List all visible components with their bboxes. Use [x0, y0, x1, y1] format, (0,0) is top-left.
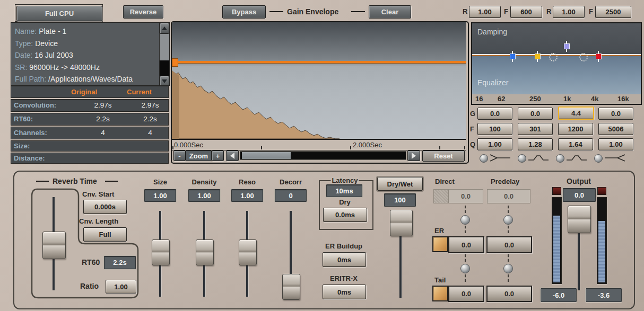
band4-type-button[interactable] [594, 154, 603, 163]
eq-band-marker[interactable] [510, 54, 516, 59]
eq-graph[interactable]: Damping Equalizer [471, 22, 642, 96]
waveform-scrollbar[interactable] [240, 151, 406, 160]
latency-display[interactable]: 10ms [326, 184, 362, 197]
f2-field[interactable]: 2500 [595, 6, 631, 18]
band2-freq[interactable]: 301 [518, 123, 553, 135]
reset-button[interactable]: Reset [422, 150, 465, 162]
eq-band-marker[interactable] [535, 54, 541, 59]
scroll-down-button[interactable] [160, 76, 169, 86]
cnv-start-button[interactable]: 0.000s [83, 200, 127, 214]
dry-wet-button[interactable]: Dry/Wet [377, 177, 423, 191]
zoom-in-button[interactable]: + [212, 150, 224, 161]
scrollbar-track[interactable] [160, 34, 169, 60]
tail-enable-checkbox[interactable] [432, 286, 448, 301]
clip-led-left[interactable] [552, 187, 561, 195]
er-predelay-field[interactable]: 0.0 [486, 236, 532, 253]
info-row: Date: 16 Jul 2003 [15, 49, 158, 61]
scrollbar-dark-region[interactable] [160, 60, 169, 76]
band3-q[interactable]: 1.64 [558, 138, 593, 150]
connector [465, 254, 466, 262]
band2-q[interactable]: 1.28 [518, 138, 553, 150]
full-cpu-button[interactable]: Full CPU [16, 6, 102, 21]
density-slider-handle[interactable] [196, 239, 214, 265]
reso-display[interactable]: 1.00 [231, 189, 263, 202]
scroll-left-button[interactable] [226, 150, 239, 161]
dry-wet-display[interactable]: 100 [384, 193, 416, 207]
band2-gain[interactable]: 0.0 [518, 108, 553, 120]
eq-band-marker[interactable] [596, 54, 602, 59]
eq-band-marker[interactable] [564, 43, 570, 49]
clip-led-right[interactable] [597, 187, 606, 195]
eq-damping-marker[interactable] [579, 53, 588, 61]
output-gain-display[interactable]: 0.0 [563, 188, 596, 202]
reso-slider-handle[interactable] [239, 239, 257, 265]
scroll-up-button[interactable] [160, 23, 169, 34]
envelope-handle[interactable] [172, 58, 178, 67]
direct-er-node[interactable] [460, 215, 470, 225]
low-shelf-icon [489, 154, 511, 162]
decorr-slider-handle[interactable] [282, 274, 300, 300]
meter-right-readout[interactable]: -3.6 [586, 288, 622, 302]
full-cpu-frame: Full CPU [15, 4, 103, 22]
band3-gain-selected[interactable]: 4.4 [558, 106, 594, 120]
band1-freq[interactable]: 100 [477, 123, 512, 135]
decorr-display[interactable]: 0 [275, 189, 307, 202]
ratio-label: Ratio [80, 282, 99, 290]
direct-gain-field[interactable]: 0.0 [448, 189, 483, 203]
bell-icon [565, 154, 588, 162]
tail-predelay-field[interactable]: 0.0 [486, 286, 532, 302]
cnv-length-button[interactable]: Full [83, 227, 127, 242]
rt60-display[interactable]: 2.2s [104, 256, 136, 269]
band3-type-button[interactable] [556, 154, 564, 163]
eritrx-button[interactable]: 0ms [323, 285, 366, 299]
er-tail-node[interactable] [460, 264, 470, 273]
col-header-current: Current [127, 88, 152, 96]
table-row: RT60: 2.2s 2.2s [11, 113, 169, 126]
band4-q[interactable]: 1.00 [598, 138, 633, 150]
direct-predelay-field[interactable]: 0.0 [487, 189, 530, 203]
meter-left-fill [553, 216, 560, 282]
er-label: ER [434, 227, 444, 235]
output-slider-handle[interactable] [568, 206, 591, 233]
freq-tick-label: 1k [563, 95, 571, 103]
high-shelf-icon [604, 154, 626, 162]
ratio-button[interactable]: 1.00 [106, 280, 136, 294]
connector [465, 206, 466, 213]
band1-gain[interactable]: 0.0 [477, 108, 512, 120]
scroll-right-button[interactable] [407, 150, 420, 161]
tail-gain-field[interactable]: 0.0 [448, 286, 484, 302]
band4-gain[interactable]: 0.0 [598, 108, 633, 120]
gain-envelope-panel: 0.000Sec 2.000Sec - Zoom + Reset [171, 21, 469, 164]
info-scrollbar[interactable] [159, 23, 169, 85]
divider [105, 181, 118, 182]
reverb-time-slider-handle[interactable] [42, 232, 66, 259]
er-gain-field[interactable]: 0.0 [448, 236, 484, 253]
meter-left-readout[interactable]: -6.0 [541, 288, 577, 302]
size-slider-handle[interactable] [152, 239, 170, 265]
er-buildup-button[interactable]: 0ms [323, 252, 366, 267]
dry-wet-slider-handle[interactable] [390, 210, 413, 236]
direct-mute-checkbox[interactable] [433, 189, 448, 203]
predelay-er-node[interactable] [503, 215, 513, 225]
r1-field[interactable]: 1.00 [469, 6, 501, 18]
f1-field[interactable]: 600 [510, 6, 542, 18]
r2-field[interactable]: 1.00 [553, 6, 585, 18]
zoom-out-button[interactable]: - [173, 150, 186, 161]
band1-type-button[interactable] [480, 154, 488, 163]
gain-envelope-line[interactable] [172, 61, 466, 63]
predelay-tail-node[interactable] [503, 264, 513, 273]
waveform-scrollbar-thumb[interactable] [242, 152, 291, 159]
band1-q[interactable]: 1.00 [477, 138, 512, 150]
clear-button[interactable]: Clear [369, 5, 411, 19]
reverse-button[interactable]: Reverse [123, 5, 163, 19]
ir-waveform-display[interactable] [172, 22, 466, 139]
eq-damping-marker[interactable] [549, 53, 558, 61]
dry-latency-button[interactable]: 0.0ms [323, 208, 367, 222]
band3-freq[interactable]: 1200 [558, 123, 593, 135]
bypass-button[interactable]: Bypass [222, 5, 266, 19]
size-display[interactable]: 1.00 [144, 189, 176, 202]
band2-type-button[interactable] [518, 154, 526, 163]
band4-freq[interactable]: 5006 [598, 123, 633, 135]
density-display[interactable]: 1.00 [188, 189, 220, 202]
er-enable-checkbox[interactable] [432, 236, 448, 252]
